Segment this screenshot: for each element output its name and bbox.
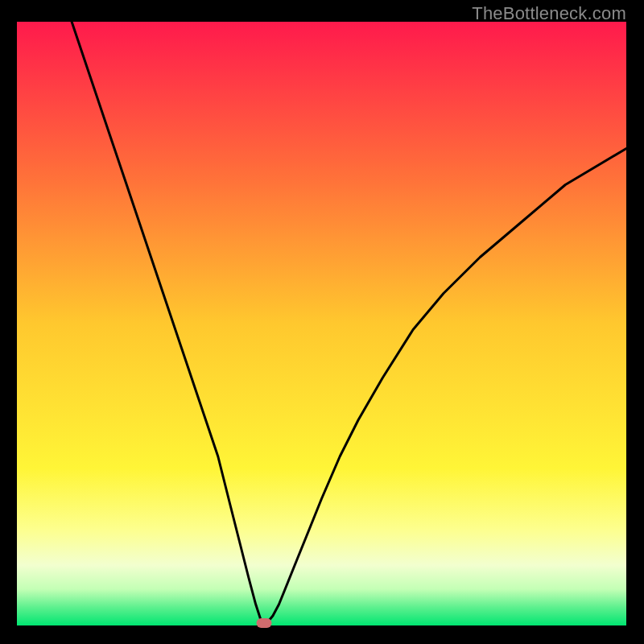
bottleneck-curve <box>17 22 626 625</box>
chart-area <box>17 22 626 625</box>
optimal-point-marker <box>257 618 272 628</box>
